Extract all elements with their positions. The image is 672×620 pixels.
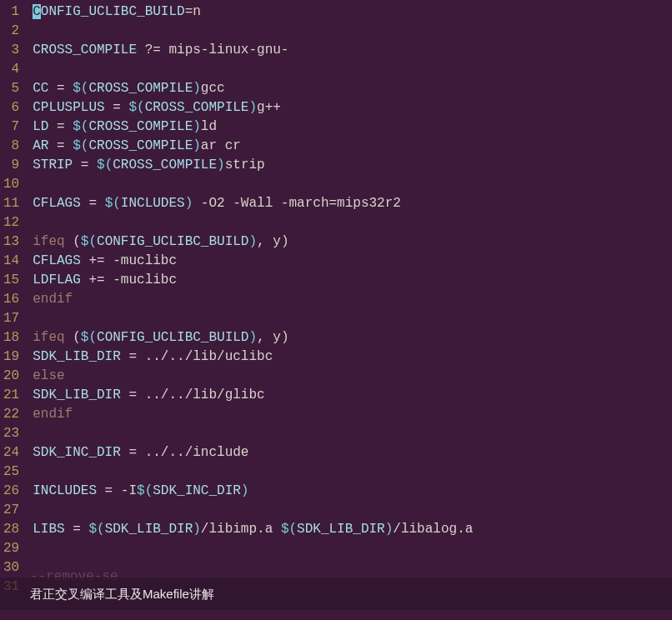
code-token: C <box>33 4 41 19</box>
code-line[interactable] <box>33 539 672 558</box>
code-token: CC <box>33 81 48 96</box>
code-line[interactable]: ifeq ($(CONFIG_UCLIBC_BUILD), y) <box>33 232 672 252</box>
code-token: STRIP <box>33 158 73 172</box>
code-token: = <box>48 119 73 134</box>
code-token: ifeq <box>33 330 73 345</box>
code-token: ) <box>241 483 249 498</box>
code-area[interactable]: CONFIG_UCLIBC_BUILD=nCROSS_COMPILE ?= mi… <box>26 0 672 620</box>
code-line[interactable]: CPLUSPLUS = $(CROSS_COMPILE)g++ <box>33 98 672 118</box>
line-number: 6 <box>3 98 19 118</box>
code-token: $( <box>128 100 144 115</box>
code-line[interactable] <box>33 501 672 520</box>
code-line[interactable]: AR = $(CROSS_COMPILE)ar cr <box>33 137 672 156</box>
code-line[interactable]: SDK_INC_DIR = ../../include <box>33 443 672 462</box>
line-number: 18 <box>3 328 19 348</box>
code-line[interactable]: else <box>33 367 672 386</box>
code-token: ) <box>193 119 201 134</box>
code-line[interactable] <box>33 462 672 482</box>
code-line[interactable]: SDK_LIB_DIR = ../../lib/uclibc <box>33 348 672 367</box>
code-line[interactable] <box>33 558 672 578</box>
code-line[interactable]: LIBS = $(SDK_LIB_DIR)/libimp.a $(SDK_LIB… <box>33 520 672 539</box>
code-token: ( <box>73 234 81 249</box>
code-token: ONFIG_UCLIBC_BUILD <box>41 4 185 19</box>
code-token: /libimp.a <box>201 522 281 537</box>
line-number: 15 <box>3 271 19 290</box>
code-token: ) <box>185 196 193 211</box>
line-number: 17 <box>3 309 19 328</box>
code-token: $( <box>281 522 297 537</box>
code-token: = <box>105 100 129 115</box>
code-line[interactable]: CFLAGS += -muclibc <box>33 252 672 271</box>
code-token: SDK_LIB_DIR <box>297 522 385 537</box>
code-token: ) <box>193 522 201 537</box>
code-token: endif <box>33 292 73 307</box>
code-token: ) <box>193 138 201 153</box>
code-token: = <box>121 388 145 402</box>
code-token: INCLUDES <box>33 483 97 498</box>
code-token: CONFIG_UCLIBC_BUILD <box>97 330 248 345</box>
code-token: LIBS <box>33 522 64 537</box>
code-token: CROSS_COMPILE <box>88 81 193 96</box>
line-number: 8 <box>3 137 19 156</box>
code-line[interactable]: endif <box>33 290 672 309</box>
code-token: = <box>48 138 73 153</box>
code-line[interactable] <box>33 213 672 232</box>
code-line[interactable] <box>33 309 672 328</box>
line-number: 3 <box>3 41 19 60</box>
code-token: $( <box>81 330 97 345</box>
code-line[interactable]: endif <box>33 405 672 424</box>
code-token: += <box>81 272 113 288</box>
code-token: = <box>121 349 145 364</box>
code-token: = <box>73 158 97 172</box>
code-token: ifeq <box>33 234 73 249</box>
code-token: SDK_LIB_DIR <box>105 522 193 537</box>
caption-text: 君正交叉编译工具及Makefile讲解 <box>30 587 214 601</box>
line-number: 26 <box>3 482 19 501</box>
code-line[interactable]: ifeq ($(CONFIG_UCLIBC_BUILD), y) <box>33 328 672 348</box>
code-line[interactable]: LD = $(CROSS_COMPILE)ld <box>33 118 672 137</box>
code-token: ) <box>248 330 257 345</box>
code-token: ) <box>248 234 257 249</box>
code-token: INCLUDES <box>121 196 185 211</box>
code-token: = <box>48 81 73 96</box>
video-caption-overlay: 君正交叉编译工具及Makefile讲解 <box>0 578 672 610</box>
line-number: 23 <box>3 424 19 443</box>
line-number: 16 <box>3 290 19 309</box>
code-token: /libalog.a <box>393 522 473 537</box>
code-token: $( <box>97 158 113 172</box>
code-line[interactable] <box>33 424 672 443</box>
code-token: LD <box>33 119 48 134</box>
code-token: mips-linux-gnu- <box>168 42 288 58</box>
code-line[interactable] <box>33 175 672 194</box>
code-token: CROSS_COMPILE <box>88 138 193 153</box>
code-token: ld <box>201 119 217 134</box>
code-token: = <box>81 196 105 211</box>
code-line[interactable]: STRIP = $(CROSS_COMPILE)strip <box>33 156 672 175</box>
code-line[interactable]: SDK_LIB_DIR = ../../lib/glibc <box>33 386 672 405</box>
code-token: = <box>97 483 121 498</box>
code-token: ) <box>281 234 289 249</box>
code-line[interactable]: CROSS_COMPILE ?= mips-linux-gnu- <box>33 41 672 60</box>
code-line[interactable]: CFLAGS = $(INCLUDES) -O2 -Wall -march=mi… <box>33 194 672 213</box>
code-line[interactable] <box>33 60 672 79</box>
code-line[interactable]: INCLUDES = -I$(SDK_INC_DIR) <box>33 482 672 501</box>
line-number: 20 <box>3 367 19 386</box>
code-token: CONFIG_UCLIBC_BUILD <box>97 234 248 249</box>
code-token: $( <box>81 234 97 249</box>
code-token: , y <box>257 330 281 345</box>
code-token: CROSS_COMPILE <box>33 42 137 58</box>
code-line[interactable]: CONFIG_UCLIBC_BUILD=n <box>33 2 672 22</box>
code-token: ) <box>385 522 394 537</box>
code-line[interactable]: CC = $(CROSS_COMPILE)gcc <box>33 79 672 98</box>
line-number: 1 <box>3 2 19 22</box>
code-token: ( <box>73 330 81 345</box>
code-token: SDK_INC_DIR <box>33 445 121 460</box>
code-editor[interactable]: 1234567891011121314151617181920212223242… <box>0 0 672 620</box>
code-token: ) <box>193 81 201 96</box>
line-number: 21 <box>3 386 19 405</box>
code-line[interactable]: LDFLAG += -muclibc <box>33 271 672 290</box>
line-number: 22 <box>3 405 19 424</box>
code-token: += <box>81 253 113 268</box>
line-number: 13 <box>3 232 19 252</box>
code-line[interactable] <box>33 22 672 41</box>
